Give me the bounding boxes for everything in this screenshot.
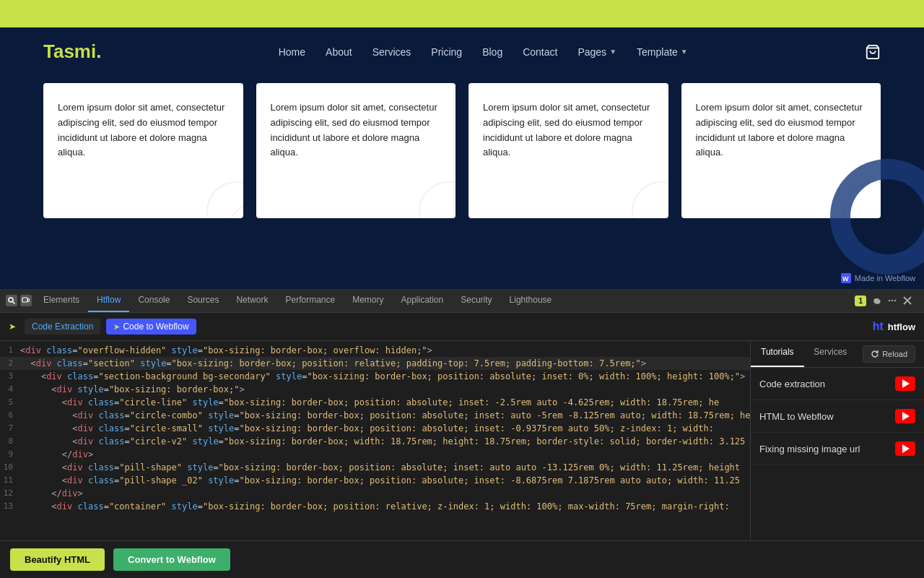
nav-links: Home About Services Pricing Blog Contact… [279, 46, 688, 58]
play-icon-1 [902, 379, 910, 388]
right-tab-services[interactable]: Services [804, 341, 858, 367]
card-3-text: Lorem ipsum dolor sit amet, consectetur … [483, 100, 654, 160]
youtube-icon-2[interactable] [895, 409, 915, 423]
code-line-1: 1 <div class="overflow-hidden" style="bo… [0, 344, 750, 357]
play-icon-3 [902, 444, 910, 453]
tab-sources-label: Sources [187, 295, 219, 305]
beautify-html-button[interactable]: Beautify HTML [10, 548, 105, 571]
tab-memory[interactable]: Memory [344, 289, 392, 312]
tutorial-item-3[interactable]: Fixing missing image url [751, 433, 924, 465]
tab-htflow[interactable]: Htflow [88, 289, 129, 312]
tab-elements[interactable]: Elements [35, 289, 88, 312]
tab-security[interactable]: Security [452, 289, 500, 312]
tutorial-item-1[interactable]: Code extraction [751, 368, 924, 400]
htflow-brand-label: htflow [888, 322, 915, 332]
line-content-2: <div class="section" style="box-sizing: … [20, 358, 646, 369]
beautify-label: Beautify HTML [25, 554, 90, 565]
top-bar [0, 0, 924, 27]
line-content-4: <div style="box-sizing: border-box;"> [20, 384, 245, 395]
made-in-webflow-text: Made in Webflow [855, 274, 915, 282]
nav-services[interactable]: Services [372, 46, 411, 58]
right-panel-tabs: Tutorials Services Reload [751, 341, 924, 368]
ext-toolbar-right: ht htflow [873, 320, 915, 333]
tab-sources[interactable]: Sources [178, 289, 227, 312]
code-line-2: 2 <div class="section" style="box-sizing… [0, 357, 750, 370]
card-4-text: Lorem ipsum dolor sit amet, consectetur … [696, 100, 867, 160]
nav-home[interactable]: Home [279, 46, 305, 58]
code-extraction-button[interactable]: Code Extraction [25, 319, 100, 335]
line-num-3: 3 [0, 371, 20, 382]
line-num-6: 6 [0, 410, 20, 421]
brand-logo: Tasmi. [43, 40, 101, 63]
reload-button[interactable]: Reload [863, 345, 915, 363]
youtube-icon-1[interactable] [895, 376, 915, 391]
line-num-13: 13 [0, 501, 20, 512]
svg-text:W: W [842, 275, 849, 282]
nav-contact[interactable]: Contact [523, 46, 557, 58]
tab-memory-label: Memory [352, 295, 383, 305]
navbar: Tasmi. Home About Services Pricing Blog … [0, 27, 924, 76]
svg-point-3 [419, 182, 456, 218]
devtools-panel: Elements Htflow Console Sources Network … [0, 289, 924, 578]
cards-grid: Lorem ipsum dolor sit amet, consectetur … [43, 83, 881, 218]
line-num-1: 1 [0, 345, 20, 356]
inspect-icon[interactable] [6, 295, 17, 306]
code-line-7: 7 <div class="circle-small" style="box-s… [0, 422, 750, 435]
reload-label: Reload [882, 350, 907, 358]
right-panel: Tutorials Services Reload [751, 341, 924, 540]
template-chevron-icon: ▼ [681, 48, 688, 56]
line-num-8: 8 [0, 436, 20, 447]
line-num-12: 12 [0, 488, 20, 499]
extension-toolbar: ➤ Code Extraction ➤ Code to Webflow ht h… [0, 313, 924, 341]
close-icon[interactable] [902, 296, 912, 306]
tutorial-item-2[interactable]: HTML to Webflow [751, 400, 924, 433]
line-num-7: 7 [0, 423, 20, 434]
tab-network[interactable]: Network [227, 289, 276, 312]
made-in-webflow-badge: W Made in Webflow [841, 273, 915, 283]
nav-blog[interactable]: Blog [482, 46, 502, 58]
youtube-icon-3[interactable] [895, 441, 915, 456]
ht-icon: ht [873, 320, 884, 333]
tab-console-label: Console [138, 295, 170, 305]
line-num-11: 11 [0, 475, 20, 486]
svg-point-12 [889, 300, 890, 301]
tab-lighthouse[interactable]: Lighthouse [501, 289, 561, 312]
cart-icon[interactable] [865, 44, 881, 60]
right-tab-tutorials[interactable]: Tutorials [751, 341, 804, 367]
svg-point-8 [9, 298, 13, 302]
svg-point-4 [632, 182, 668, 218]
card-2-text: Lorem ipsum dolor sit amet, consectetur … [271, 100, 442, 160]
tab-application[interactable]: Application [393, 289, 453, 312]
device-icon[interactable] [20, 295, 32, 306]
nav-pricing[interactable]: Pricing [431, 46, 462, 58]
code-to-webflow-label: Code to Webflow [123, 322, 188, 332]
reload-icon [871, 350, 879, 358]
card-1-decoration [193, 168, 243, 218]
tab-performance[interactable]: Performance [276, 289, 344, 312]
nav-template[interactable]: Template ▼ [637, 46, 688, 58]
tab-lighthouse-label: Lighthouse [510, 295, 552, 305]
settings-icon[interactable] [871, 295, 882, 306]
code-line-13: 13 <div class="container" style="box-siz… [0, 500, 750, 513]
pages-chevron-icon: ▼ [609, 48, 616, 56]
nav-pages-label: Pages [578, 46, 606, 58]
svg-line-9 [13, 302, 15, 304]
code-line-4: 4 <div style="box-sizing: border-box;"> [0, 383, 750, 396]
code-line-8: 8 <div class="circle-v2" style="box-sizi… [0, 435, 750, 448]
line-num-9: 9 [0, 449, 20, 460]
svg-rect-11 [28, 299, 30, 302]
convert-to-webflow-button[interactable]: Convert to Webflow [113, 548, 230, 571]
more-icon[interactable] [886, 295, 898, 306]
line-content-10: <div class="pill-shape" style="box-sizin… [20, 462, 740, 473]
notification-badge: 1 [855, 296, 866, 306]
right-tab-tutorials-label: Tutorials [761, 347, 794, 357]
code-to-webflow-button[interactable]: ➤ Code to Webflow [106, 319, 196, 335]
tutorial-3-label: Fixing missing image url [759, 444, 860, 454]
nav-pages[interactable]: Pages ▼ [578, 46, 616, 58]
nav-about[interactable]: About [326, 46, 352, 58]
tab-console[interactable]: Console [129, 289, 178, 312]
tab-security-label: Security [461, 295, 492, 305]
line-content-8: <div class="circle-v2" style="box-sizing… [20, 436, 745, 447]
code-panel[interactable]: 1 <div class="overflow-hidden" style="bo… [0, 341, 751, 540]
code-line-10: 10 <div class="pill-shape" style="box-si… [0, 461, 750, 474]
